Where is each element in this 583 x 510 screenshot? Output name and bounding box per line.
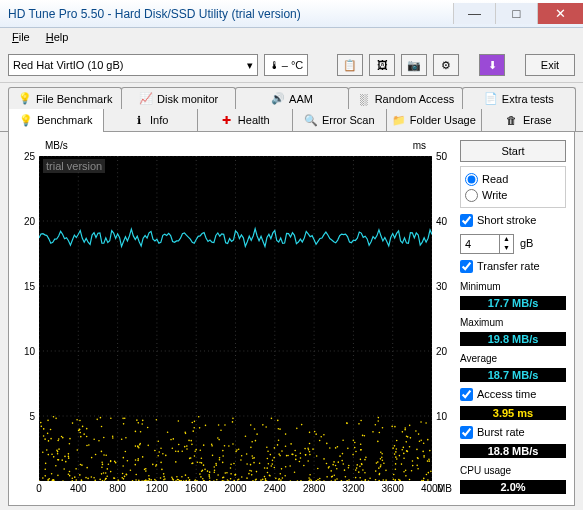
- start-button[interactable]: Start: [460, 140, 566, 162]
- svg-point-570: [52, 479, 54, 481]
- svg-point-61: [232, 421, 234, 423]
- svg-point-262: [376, 462, 378, 464]
- svg-point-118: [248, 473, 250, 475]
- svg-point-519: [300, 452, 302, 454]
- svg-point-396: [355, 477, 357, 479]
- svg-point-101: [57, 453, 59, 455]
- svg-point-513: [105, 478, 107, 480]
- menu-help[interactable]: Help: [40, 30, 75, 46]
- svg-point-379: [160, 447, 162, 449]
- svg-point-375: [132, 480, 134, 481]
- svg-point-313: [407, 451, 409, 453]
- svg-point-183: [342, 439, 344, 441]
- cpu-usage-label: CPU usage: [460, 465, 566, 476]
- settings-button[interactable]: ⚙: [433, 54, 459, 76]
- close-button[interactable]: ✕: [537, 3, 583, 24]
- svg-point-490: [309, 443, 311, 445]
- burst-rate-check[interactable]: Burst rate: [460, 424, 566, 440]
- svg-point-431: [150, 479, 152, 481]
- svg-point-339: [178, 444, 180, 446]
- tab-info[interactable]: ℹInfo: [103, 109, 199, 131]
- svg-point-240: [217, 474, 219, 476]
- short-stroke-spinner[interactable]: ▲▼: [460, 234, 514, 254]
- transfer-rate-check[interactable]: Transfer rate: [460, 258, 566, 274]
- save-button[interactable]: ⬇: [479, 54, 505, 76]
- tab-aam[interactable]: 🔊AAM: [235, 87, 349, 109]
- spin-up[interactable]: ▲: [500, 235, 513, 244]
- svg-point-206: [48, 454, 50, 456]
- svg-point-219: [382, 459, 384, 461]
- svg-point-346: [317, 468, 319, 470]
- svg-point-71: [186, 448, 188, 450]
- screenshot-button[interactable]: 🖼: [369, 54, 395, 76]
- svg-point-131: [245, 435, 247, 437]
- svg-point-543: [380, 464, 382, 466]
- short-stroke-check[interactable]: Short stroke: [460, 212, 566, 228]
- svg-point-95: [423, 456, 425, 458]
- svg-point-228: [163, 473, 165, 475]
- svg-point-398: [101, 466, 103, 468]
- svg-point-143: [266, 446, 268, 448]
- svg-point-545: [264, 467, 266, 469]
- svg-point-451: [81, 479, 83, 481]
- svg-point-334: [280, 473, 282, 475]
- svg-point-560: [331, 476, 333, 478]
- svg-point-552: [55, 465, 57, 467]
- short-stroke-input[interactable]: [461, 235, 499, 253]
- svg-point-350: [103, 454, 105, 456]
- svg-point-381: [69, 443, 71, 445]
- tab-error-scan[interactable]: 🔍Error Scan: [292, 109, 388, 131]
- svg-point-48: [91, 476, 93, 478]
- svg-point-180: [201, 470, 203, 472]
- tabs-row-bottom: 💡Benchmark ℹInfo ✚Health 🔍Error Scan 📁Fo…: [0, 109, 583, 132]
- access-time-check[interactable]: Access time: [460, 386, 566, 402]
- svg-point-328: [185, 480, 187, 481]
- read-radio[interactable]: Read: [465, 171, 561, 187]
- svg-point-340: [274, 447, 276, 449]
- menu-file[interactable]: File: [6, 30, 36, 46]
- svg-point-175: [222, 450, 224, 452]
- tab-file-benchmark[interactable]: 💡File Benchmark: [8, 87, 122, 109]
- svg-point-168: [294, 450, 296, 452]
- svg-point-546: [138, 422, 140, 424]
- svg-point-226: [355, 451, 357, 453]
- svg-point-201: [286, 455, 288, 457]
- svg-point-435: [333, 461, 335, 463]
- exit-button[interactable]: Exit: [525, 54, 575, 76]
- minimize-button[interactable]: —: [453, 3, 495, 24]
- svg-point-332: [203, 444, 205, 446]
- svg-point-141: [250, 424, 252, 426]
- write-radio[interactable]: Write: [465, 187, 561, 203]
- svg-point-386: [409, 479, 411, 481]
- tab-erase[interactable]: 🗑Erase: [481, 109, 577, 131]
- tab-random-access[interactable]: ░Random Access: [348, 87, 462, 109]
- svg-point-152: [341, 480, 343, 481]
- svg-point-298: [99, 479, 101, 481]
- device-select[interactable]: Red Hat VirtIO (10 gB) ▾: [8, 54, 258, 76]
- svg-point-443: [213, 466, 215, 468]
- svg-point-454: [101, 473, 103, 475]
- svg-point-464: [158, 440, 160, 442]
- tab-benchmark[interactable]: 💡Benchmark: [8, 109, 104, 131]
- svg-point-188: [191, 422, 193, 424]
- svg-point-467: [348, 479, 350, 481]
- maximize-button[interactable]: □: [495, 3, 537, 24]
- svg-point-134: [359, 466, 361, 468]
- svg-point-18: [64, 456, 66, 458]
- svg-point-357: [214, 469, 216, 471]
- camera-button[interactable]: 📷: [401, 54, 427, 76]
- svg-point-462: [201, 462, 203, 464]
- tab-folder-usage[interactable]: 📁Folder Usage: [386, 109, 482, 131]
- svg-point-34: [347, 448, 349, 450]
- tab-extra-tests[interactable]: 📄Extra tests: [462, 87, 576, 109]
- maximum-label: Maximum: [460, 317, 566, 328]
- svg-point-436: [241, 455, 243, 457]
- copy-info-button[interactable]: 📋: [337, 54, 363, 76]
- svg-point-382: [360, 443, 362, 445]
- svg-point-90: [80, 436, 82, 438]
- tab-health[interactable]: ✚Health: [197, 109, 293, 131]
- svg-point-400: [48, 478, 50, 480]
- svg-point-290: [176, 476, 178, 478]
- tab-disk-monitor[interactable]: 📈Disk monitor: [121, 87, 235, 109]
- spin-down[interactable]: ▼: [500, 244, 513, 253]
